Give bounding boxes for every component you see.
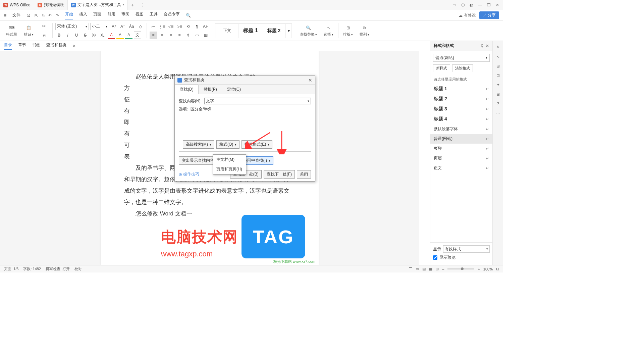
dialog-close-icon[interactable]: ✕ — [308, 78, 312, 83]
font-decrease-icon[interactable]: A⁻ — [119, 23, 126, 30]
find-input[interactable]: 文字▾ — [204, 98, 311, 104]
titlebar-avatar-icon[interactable]: ◐ — [470, 3, 473, 7]
view-mode-5-icon[interactable]: ⊞ — [436, 267, 439, 271]
sidebar-icon-2[interactable]: ⊞ — [496, 64, 500, 68]
titlebar-tab[interactable]: S找稻壳模板 — [34, 0, 68, 10]
bold-button[interactable]: B — [55, 32, 63, 39]
panel-close-icon[interactable]: ✕ — [486, 44, 489, 48]
close-button[interactable]: 关闭 — [297, 170, 311, 179]
menu-file[interactable]: 文件 — [12, 12, 20, 18]
view-mode-1-icon[interactable]: ☰ — [409, 267, 412, 271]
menu-引用[interactable]: 引用 — [107, 11, 115, 19]
layout-icon[interactable]: ⊞ — [345, 24, 352, 31]
clear-format-button[interactable]: 清除格式 — [452, 64, 473, 72]
tab-menu[interactable]: ⋮ — [137, 2, 149, 8]
line-spacing-icon[interactable]: ⇕ — [184, 32, 192, 39]
style-item[interactable]: 页脚↵ — [430, 144, 492, 153]
share-button[interactable]: ↗ 分享 — [479, 11, 499, 19]
sidebar-icon-0[interactable]: ✎ — [496, 45, 500, 50]
menu-开始[interactable]: 开始 — [65, 11, 73, 19]
clear-format-icon[interactable]: ◇ — [137, 23, 144, 30]
layout-label[interactable]: 排版▾ — [343, 32, 353, 37]
status-proof[interactable]: 校对 — [74, 266, 82, 271]
nav-书签[interactable]: 书签 — [32, 42, 40, 50]
menu-页面[interactable]: 页面 — [93, 11, 101, 19]
nav-章节[interactable]: 章节 — [18, 42, 26, 50]
find-replace-icon[interactable]: 🔍 — [305, 24, 312, 31]
shading-button[interactable]: A — [125, 32, 132, 39]
style-item[interactable]: 标题 4↵ — [430, 114, 492, 124]
tab-find[interactable]: 查找(D) — [175, 85, 199, 94]
nav-目录[interactable]: 目录 — [4, 42, 12, 50]
status-spell[interactable]: 拼写检查: 打开 — [46, 266, 70, 271]
status-page[interactable]: 页面: 1/6 — [4, 266, 18, 271]
direction-icon[interactable]: AͰ — [202, 23, 209, 30]
align-left-icon[interactable]: ≡ — [150, 32, 157, 39]
view-mode-2-icon[interactable]: ▭ — [416, 267, 419, 271]
scope-header-footer[interactable]: 页眉和页脚(H) — [213, 164, 246, 174]
redo-icon[interactable]: ↷ — [56, 13, 59, 18]
hamburger-icon[interactable]: ≡ — [4, 13, 6, 18]
select-icon[interactable]: ↖ — [325, 24, 332, 31]
titlebar-tab[interactable]: W文字是人类...方式和工具• — [68, 0, 128, 10]
menu-search-icon[interactable]: 🔍 — [186, 13, 191, 18]
indent-icon[interactable]: ▷≡ — [176, 23, 183, 30]
sidebar-icon-7[interactable]: ⋯ — [496, 111, 500, 115]
find-replace-label[interactable]: 查找替换▾ — [300, 32, 317, 37]
zoom-out[interactable]: – — [442, 267, 444, 271]
find-next-button[interactable]: 查找下一处(F) — [264, 170, 295, 179]
menu-插入[interactable]: 插入 — [79, 11, 87, 19]
phonetic-button[interactable]: 文 — [134, 32, 141, 39]
tips-link[interactable]: ⊘操作技巧 — [179, 171, 199, 177]
zoom-value[interactable]: 100% — [483, 267, 493, 271]
underline-button[interactable]: U — [73, 32, 80, 39]
paste-icon[interactable]: 📋 — [25, 24, 32, 31]
menu-视图[interactable]: 视图 — [136, 11, 144, 19]
sidebar-icon-1[interactable]: ↖ — [496, 54, 500, 59]
titlebar-cube-icon[interactable]: ⬡ — [461, 3, 465, 7]
style-item[interactable]: 正文↵ — [430, 163, 492, 173]
window-minimize[interactable]: — — [478, 3, 482, 7]
change-case-icon[interactable]: Āā — [128, 23, 135, 30]
cell-shading-icon[interactable]: ▦ — [202, 32, 209, 39]
arrange-label[interactable]: 排列▾ — [360, 32, 369, 37]
style-item[interactable]: 普通(网站)↵ — [430, 134, 492, 144]
scope-main-doc[interactable]: 主文档(M) — [213, 155, 246, 164]
font-color-button[interactable]: A — [108, 32, 115, 39]
align-right-icon[interactable]: ≡ — [167, 32, 174, 39]
tab-add[interactable]: + — [128, 2, 137, 8]
menu-审阅[interactable]: 审阅 — [121, 11, 129, 19]
style-heading2[interactable]: 标题 2 — [262, 24, 286, 38]
borders-icon[interactable]: ▭ — [193, 32, 201, 39]
arrange-icon[interactable]: ⧉ — [361, 24, 368, 31]
paste-label[interactable]: 粘贴▾ — [24, 32, 34, 37]
font-size-combo[interactable]: 小二▾ — [90, 23, 109, 30]
sidebar-icon-4[interactable]: ✦ — [496, 83, 500, 87]
wrap-icon[interactable]: ⟲ — [184, 23, 192, 30]
zoom-slider[interactable] — [447, 268, 474, 269]
titlebar-tab[interactable]: WWPS Office — [0, 0, 34, 10]
advanced-search-button[interactable]: 高级搜索(M)▾ — [183, 140, 214, 149]
sidebar-icon-3[interactable]: ⊡ — [496, 73, 500, 78]
style-item[interactable]: 标题 3↵ — [430, 104, 492, 114]
font-name-combo[interactable]: 宋体 (正文)▾ — [55, 23, 89, 30]
subscript-button[interactable]: X₂ — [99, 32, 106, 39]
style-normal[interactable]: 正文 — [215, 24, 239, 38]
style-item[interactable]: 页眉↵ — [430, 153, 492, 163]
fit-icon[interactable]: ⊡ — [496, 267, 499, 271]
new-style-button[interactable]: 新样式 — [433, 64, 450, 72]
export-icon[interactable]: ⇱ — [35, 13, 38, 18]
align-center-icon[interactable]: ≡ — [158, 32, 166, 39]
view-mode-4-icon[interactable]: ▦ — [429, 267, 432, 271]
tab-goto[interactable]: 定位(G) — [222, 85, 246, 94]
undo-icon[interactable]: ↶ — [48, 13, 52, 18]
format-button[interactable]: 格式(O)▾ — [216, 140, 239, 149]
navpane-close-icon[interactable]: ✕ — [72, 44, 76, 48]
font-increase-icon[interactable]: A⁺ — [110, 23, 118, 30]
style-heading1[interactable]: 标题 1 — [239, 24, 262, 38]
marks-icon[interactable]: ¶ — [193, 23, 201, 30]
sidebar-icon-5[interactable]: ⊞ — [496, 92, 500, 97]
status-words[interactable]: 字数: 1482 — [23, 266, 41, 271]
sidebar-icon-6[interactable]: ? — [497, 101, 499, 106]
window-maximize[interactable]: ❐ — [487, 3, 491, 7]
